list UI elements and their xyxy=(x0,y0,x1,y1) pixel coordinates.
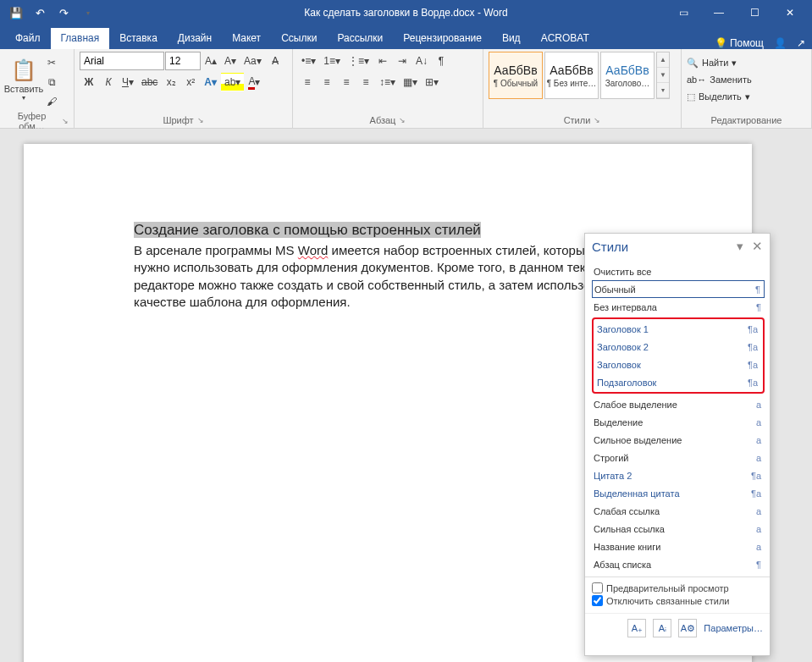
style-item[interactable]: Сильная ссылкаa xyxy=(592,520,765,538)
group-font: A▴ A▾ Aa▾ A̶ Ж К Ч▾ abc x₂ x² A▾ ab▾ A▾ … xyxy=(75,49,293,128)
styles-launcher-icon[interactable]: ↘ xyxy=(594,116,600,124)
show-marks-icon[interactable]: ¶ xyxy=(432,52,450,70)
line-spacing-icon[interactable]: ↕≡▾ xyxy=(376,73,399,91)
styles-pane: Стили ▾ ✕ Очистить все Обычный¶ Без инте… xyxy=(584,233,771,656)
format-painter-icon[interactable]: 🖌 xyxy=(42,92,61,111)
highlight-icon[interactable]: ab▾ xyxy=(221,73,244,91)
align-right-icon[interactable]: ≡ xyxy=(337,73,356,91)
ribbon-options-icon[interactable]: ▭ xyxy=(666,1,700,25)
style-item-subheading[interactable]: Подзаголовок¶a xyxy=(595,373,761,391)
ribbon-tabs: Файл Главная Вставка Дизайн Макет Ссылки… xyxy=(0,25,812,49)
grow-font-icon[interactable]: A▴ xyxy=(202,52,220,70)
tell-me[interactable]: 💡 Помощ xyxy=(715,37,764,49)
paste-button[interactable]: 📋 Вставить ▾ xyxy=(5,52,42,108)
style-item[interactable]: Цитата 2¶a xyxy=(592,466,765,484)
undo-icon[interactable]: ↶ xyxy=(29,2,51,24)
style-item-heading1[interactable]: Заголовок 1¶a xyxy=(595,320,761,338)
font-size-input[interactable] xyxy=(165,52,201,70)
doc-paragraph[interactable]: В арсенале программы MS Word имеется наб… xyxy=(134,242,659,311)
minimize-icon[interactable]: — xyxy=(702,1,736,25)
align-center-icon[interactable]: ≡ xyxy=(318,73,336,91)
style-item[interactable]: Строгийa xyxy=(592,449,765,466)
numbering-icon[interactable]: 1≡▾ xyxy=(320,52,344,70)
style-normal[interactable]: АаБбВв ¶ Обычный xyxy=(489,52,543,99)
find-button[interactable]: 🔍 Найти ▾ xyxy=(687,55,806,70)
style-item-heading[interactable]: Заголовок¶a xyxy=(595,356,761,373)
style-inspector-icon[interactable]: Aᵢ xyxy=(653,619,671,637)
style-item-nospacing[interactable]: Без интервала¶ xyxy=(592,298,765,316)
redo-icon[interactable]: ↷ xyxy=(52,2,75,24)
style-item[interactable]: Название книгиa xyxy=(592,538,765,555)
select-button[interactable]: ⬚ Выделить ▾ xyxy=(687,89,806,104)
group-editing: 🔍 Найти ▾ ab↔ Заменить ⬚ Выделить ▾ Реда… xyxy=(682,49,812,128)
cut-icon[interactable]: ✂ xyxy=(42,53,61,72)
paragraph-launcher-icon[interactable]: ↘ xyxy=(399,116,406,124)
style-no-spacing[interactable]: АаБбВв ¶ Без инте… xyxy=(544,52,599,99)
justify-icon[interactable]: ≡ xyxy=(356,73,375,91)
align-left-icon[interactable]: ≡ xyxy=(298,73,317,91)
titlebar: 💾 ↶ ↷ Как сделать заголовки в Ворде.docx… xyxy=(0,0,812,25)
tab-file[interactable]: Файл xyxy=(5,28,51,49)
tab-view[interactable]: Вид xyxy=(492,28,531,49)
style-item[interactable]: Абзац списка¶ xyxy=(592,555,765,573)
tab-acrobat[interactable]: ACROBAT xyxy=(531,28,599,49)
tab-layout[interactable]: Макет xyxy=(222,28,271,49)
disable-linked-checkbox[interactable]: Отключить связанные стили xyxy=(592,595,763,606)
italic-icon[interactable]: К xyxy=(99,73,118,91)
shrink-font-icon[interactable]: A▾ xyxy=(221,52,240,70)
font-name-input[interactable] xyxy=(80,52,164,70)
pane-close-icon[interactable]: ✕ xyxy=(752,239,763,254)
replace-button[interactable]: ab↔ Заменить xyxy=(687,72,806,87)
maximize-icon[interactable]: ☐ xyxy=(737,1,771,25)
style-clear-all[interactable]: Очистить все xyxy=(592,262,765,280)
account-icon[interactable]: 👤 xyxy=(774,37,787,49)
decrease-indent-icon[interactable]: ⇤ xyxy=(373,52,392,70)
ribbon: 📋 Вставить ▾ ✂ ⧉ 🖌 Буфер обм…↘ A▴ A▾ Aa▾… xyxy=(0,49,812,129)
borders-icon[interactable]: ⊞▾ xyxy=(422,73,442,91)
font-color-icon[interactable]: A▾ xyxy=(245,73,263,91)
bullets-icon[interactable]: •≡▾ xyxy=(298,52,319,70)
close-icon[interactable]: ✕ xyxy=(773,1,807,25)
style-item[interactable]: Слабая ссылкаa xyxy=(592,502,765,520)
group-label-font: Шрифт xyxy=(163,115,193,125)
style-heading[interactable]: АаБбВв Заголово… xyxy=(600,52,655,99)
text-effects-icon[interactable]: A▾ xyxy=(201,73,220,91)
tab-review[interactable]: Рецензирование xyxy=(393,28,492,49)
share-icon[interactable]: ↗ xyxy=(797,37,805,49)
group-label-editing: Редактирование xyxy=(711,115,782,125)
style-item[interactable]: Сильное выделениеa xyxy=(592,431,765,449)
tab-mailings[interactable]: Рассылки xyxy=(327,28,393,49)
subscript-icon[interactable]: x₂ xyxy=(162,73,180,91)
tab-design[interactable]: Дизайн xyxy=(168,28,222,49)
style-item-heading2[interactable]: Заголовок 2¶a xyxy=(595,338,761,356)
tab-references[interactable]: Ссылки xyxy=(271,28,327,49)
increase-indent-icon[interactable]: ⇥ xyxy=(393,52,412,70)
style-item-normal[interactable]: Обычный¶ xyxy=(592,280,765,298)
shading-icon[interactable]: ▦▾ xyxy=(400,73,421,91)
preview-checkbox[interactable]: Предварительный просмотр xyxy=(592,582,763,593)
sort-icon[interactable]: A↓ xyxy=(412,52,431,70)
clipboard-launcher-icon[interactable]: ↘ xyxy=(62,117,69,125)
clear-format-icon[interactable]: A̶ xyxy=(266,52,284,70)
styles-gallery-scroll[interactable]: ▲▼▾ xyxy=(656,52,670,99)
font-launcher-icon[interactable]: ↘ xyxy=(197,116,204,124)
style-item[interactable]: Слабое выделениеa xyxy=(592,395,765,413)
pane-menu-icon[interactable]: ▾ xyxy=(737,239,743,254)
save-icon[interactable]: 💾 xyxy=(5,2,27,24)
multilevel-icon[interactable]: ⋮≡▾ xyxy=(345,52,373,70)
superscript-icon[interactable]: x² xyxy=(181,73,200,91)
tab-insert[interactable]: Вставка xyxy=(109,28,168,49)
underline-icon[interactable]: Ч▾ xyxy=(119,73,137,91)
manage-styles-icon[interactable]: A⚙ xyxy=(678,619,697,637)
copy-icon[interactable]: ⧉ xyxy=(42,73,61,91)
strike-icon[interactable]: abc xyxy=(138,73,161,91)
qat-customize-icon[interactable] xyxy=(76,2,98,24)
doc-heading[interactable]: Создание заголовка с помощью встроенных … xyxy=(134,222,659,239)
style-item[interactable]: Выделениеa xyxy=(592,413,765,431)
style-item[interactable]: Выделенная цитата¶a xyxy=(592,484,765,502)
pane-options-link[interactable]: Параметры… xyxy=(704,623,763,633)
change-case-icon[interactable]: Aa▾ xyxy=(240,52,265,70)
bold-icon[interactable]: Ж xyxy=(80,73,98,91)
new-style-icon[interactable]: A₊ xyxy=(627,619,646,637)
tab-home[interactable]: Главная xyxy=(51,28,110,49)
